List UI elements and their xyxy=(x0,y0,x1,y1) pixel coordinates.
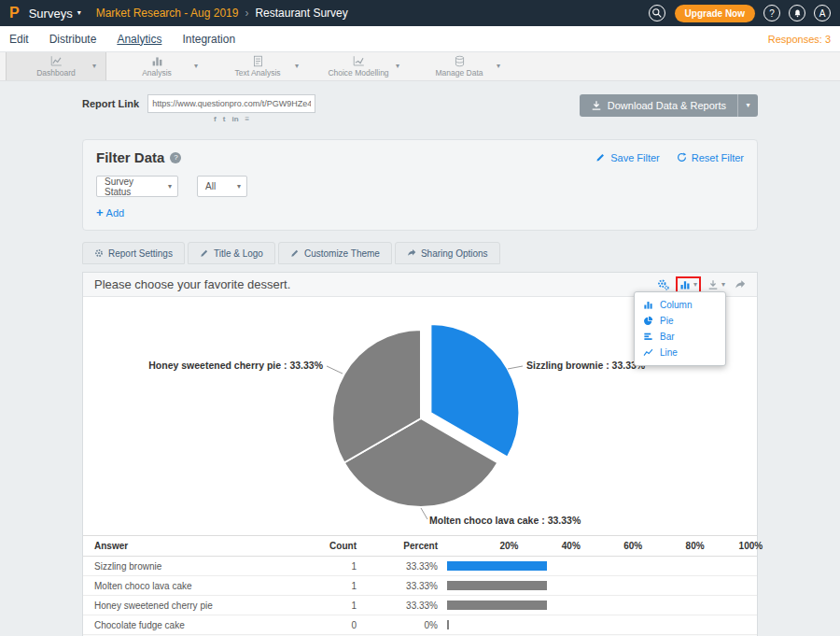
search-button[interactable] xyxy=(649,5,665,21)
download-icon xyxy=(591,100,602,111)
chevron-down-icon[interactable]: ▾ xyxy=(396,63,399,70)
menu-item-label: Column xyxy=(660,300,692,310)
toolbar-dashboard[interactable]: Dashboard ▾ xyxy=(6,52,106,80)
tab-report-settings[interactable]: Report Settings xyxy=(82,242,185,264)
tab-label: Sharing Options xyxy=(421,248,488,259)
callout-line xyxy=(421,508,427,519)
count-cell: 0 xyxy=(298,620,377,630)
plus-icon: + xyxy=(96,206,104,219)
feed-icon[interactable]: ≡ xyxy=(245,116,250,123)
toolbar-label: Dashboard xyxy=(36,68,76,78)
chevron-down-icon: ▾ xyxy=(237,183,241,191)
report-link-input[interactable] xyxy=(147,94,315,113)
reset-icon xyxy=(677,152,687,163)
answer-cell: Chocolate fudge cake xyxy=(83,620,298,630)
question-panel: Please choose your favorite dessert. ▾ ▾ xyxy=(82,272,758,636)
upgrade-now-button[interactable]: Upgrade Now xyxy=(675,5,755,22)
twitter-icon[interactable]: t xyxy=(223,116,226,123)
facebook-icon[interactable]: f xyxy=(214,116,217,123)
nav-distribute[interactable]: Distribute xyxy=(49,33,97,46)
report-section-tabs: Report Settings Title & Logo Customize T… xyxy=(82,242,758,264)
download-options-caret[interactable]: ▾ xyxy=(737,94,758,117)
chart-type-icon xyxy=(679,279,691,290)
percent-cell: 0% xyxy=(377,620,447,630)
callout-line xyxy=(508,366,523,369)
top-bar: P Surveys ▾ Market Research - Aug 2019 ›… xyxy=(0,0,840,26)
reset-filter-label: Reset Filter xyxy=(692,152,744,163)
menu-item-pie[interactable]: Pie xyxy=(635,313,725,329)
pie-chart-icon xyxy=(643,316,654,326)
share-icon xyxy=(407,248,416,258)
info-icon[interactable]: ? xyxy=(170,152,181,163)
add-filter-link[interactable]: + Add xyxy=(96,206,744,219)
toolbar-manage-data[interactable]: Manage Data ▾ xyxy=(409,52,510,80)
avatar[interactable]: A xyxy=(814,5,831,21)
menu-item-column[interactable]: Column xyxy=(635,297,725,313)
toolbar-label: Text Analysis xyxy=(234,68,280,78)
tab-title-logo[interactable]: Title & Logo xyxy=(188,242,275,264)
survey-status-select[interactable]: Survey Status ▾ xyxy=(96,176,178,197)
export-chart-button[interactable]: ▾ xyxy=(707,279,725,290)
nav-edit[interactable]: Edit xyxy=(9,33,29,46)
search-icon xyxy=(651,7,663,19)
toolbar-choice-modelling[interactable]: Choice Modelling ▾ xyxy=(308,52,409,80)
save-filter-link[interactable]: Save Filter xyxy=(595,152,660,163)
dashboard-chart-icon xyxy=(50,55,63,67)
chevron-down-icon[interactable]: ▾ xyxy=(497,63,500,70)
status-value-select[interactable]: All ▾ xyxy=(197,176,247,197)
tab-sharing-options[interactable]: Sharing Options xyxy=(395,242,500,264)
tab-customize-theme[interactable]: Customize Theme xyxy=(278,242,392,264)
download-data-reports-button[interactable]: Download Data & Reports xyxy=(580,94,737,117)
toolbar-label: Choice Modelling xyxy=(328,68,388,78)
result-bar xyxy=(447,601,547,610)
download-button-label: Download Data & Reports xyxy=(608,100,726,111)
toolbar-analysis[interactable]: Analysis ▾ xyxy=(106,52,207,80)
notifications-button[interactable] xyxy=(789,5,805,21)
pencil-icon xyxy=(595,152,606,163)
breadcrumb-project[interactable]: Market Research - Aug 2019 xyxy=(96,7,239,20)
menu-item-line[interactable]: Line xyxy=(635,345,725,360)
bar-cell xyxy=(447,576,757,595)
pie-callout-molten: Molten choco lava cake : 33.33% xyxy=(429,515,581,526)
surveys-menu[interactable]: Surveys ▾ xyxy=(29,7,81,21)
chevron-down-icon: ▾ xyxy=(746,102,749,109)
chevron-down-icon[interactable]: ▾ xyxy=(194,63,198,70)
nav-analytics[interactable]: Analytics xyxy=(117,33,161,46)
menu-item-bar[interactable]: Bar xyxy=(635,329,725,345)
bar-cell xyxy=(447,615,757,634)
reset-filter-link[interactable]: Reset Filter xyxy=(677,152,744,163)
help-button[interactable]: ? xyxy=(763,5,780,21)
toolbar-label: Manage Data xyxy=(435,68,483,78)
count-cell: 1 xyxy=(298,601,377,611)
chevron-down-icon[interactable]: ▾ xyxy=(92,63,96,70)
pie-callout-honey: Honey sweetened cherry pie : 33.33% xyxy=(148,360,323,371)
main-nav: Edit Distribute Analytics Integration Re… xyxy=(0,26,840,52)
chart-type-dropdown-button[interactable]: ▾ xyxy=(679,279,698,290)
social-share-row: f t in ≡ xyxy=(214,116,249,123)
questionpro-logo[interactable]: P xyxy=(9,5,20,21)
pencil-icon xyxy=(200,248,209,258)
survey-status-value: Survey Status xyxy=(105,177,159,197)
result-bar xyxy=(447,561,547,571)
download-split-button: Download Data & Reports ▾ xyxy=(580,94,758,117)
linkedin-icon[interactable]: in xyxy=(231,116,238,123)
callout-line xyxy=(327,366,343,374)
breadcrumb-survey: Restaurant Survey xyxy=(255,7,347,20)
filter-header: Filter Data ? Save Filter Reset Filter xyxy=(96,149,744,165)
responses-count[interactable]: Responses: 3 xyxy=(768,34,831,45)
report-link-row: Report Link f t in ≡ Download Data & Rep… xyxy=(82,94,758,126)
chart-type-menu: Column Pie Bar Line xyxy=(634,291,726,366)
answer-cell: Sizzling brownie xyxy=(83,561,298,572)
toolbar-label: Analysis xyxy=(142,68,172,78)
question-title: Please choose your favorite dessert. xyxy=(94,277,290,291)
chart-settings-button[interactable] xyxy=(657,278,669,290)
toolbar-text-analysis[interactable]: Text Analysis ▾ xyxy=(207,52,308,80)
share-chart-button[interactable] xyxy=(735,279,746,290)
report-link-label: Report Link xyxy=(82,94,139,113)
header-answer: Answer xyxy=(83,541,298,551)
analytics-toolbar: Dashboard ▾ Analysis ▾ Text Analysis ▾ C… xyxy=(0,52,840,81)
answer-cell: Honey sweetened cherry pie xyxy=(83,601,298,611)
chevron-down-icon[interactable]: ▾ xyxy=(295,63,299,70)
nav-integration[interactable]: Integration xyxy=(182,33,235,46)
chevron-down-icon: ▾ xyxy=(693,281,697,289)
